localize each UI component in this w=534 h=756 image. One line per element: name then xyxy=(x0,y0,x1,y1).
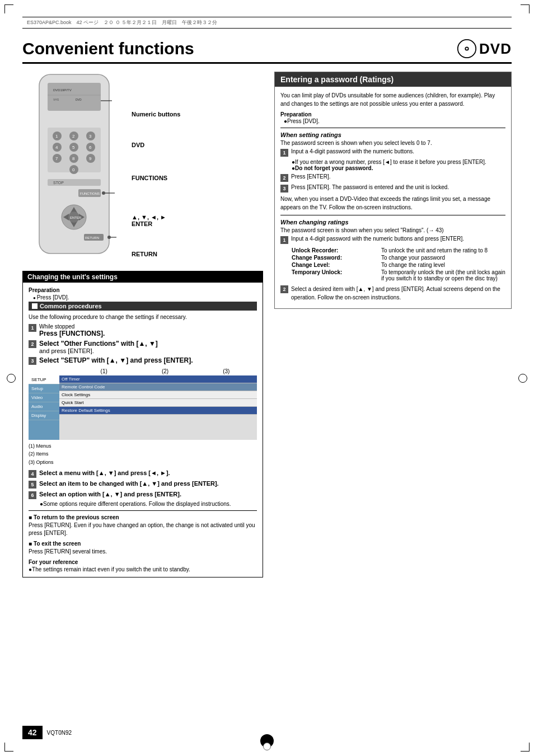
step-4: 4 Select a menu with [▲, ▼] and press [◄… xyxy=(29,469,257,478)
step-2-text: Select "Other Functions" with [▲, ▼] and… xyxy=(39,340,158,354)
col-numbers: (1) (2) (3) xyxy=(29,368,257,374)
svg-rect-4 xyxy=(48,83,101,111)
password-section: Entering a password (Ratings) You can li… xyxy=(274,72,512,309)
when-changing-intro: The password screen is shown when you se… xyxy=(280,227,505,233)
changing-step-2: 2 Select a desired item with [▲, ▼] and … xyxy=(280,285,505,302)
password-intro: You can limit play of DVDs unsuitable fo… xyxy=(280,91,505,108)
corner-tr xyxy=(521,4,530,13)
table-row-temp-unlock: Temporary Unlock: To temporarily unlock … xyxy=(292,269,505,281)
divider-right-2 xyxy=(280,215,505,215)
menu-row-quickstart: Quick Start xyxy=(59,399,257,407)
svg-text:3: 3 xyxy=(89,134,92,139)
svg-text:DVD19P/TV: DVD19P/TV xyxy=(53,88,72,92)
changing-step-2-text: Select a desired item with [▲, ▼] and pr… xyxy=(291,285,505,302)
step-5: 5 Select an item to be changed with [▲, … xyxy=(29,480,257,489)
divider-1 xyxy=(29,510,257,511)
circle-right xyxy=(518,374,527,383)
svg-text:5: 5 xyxy=(72,145,75,150)
when-setting-intro: The password screen is shown when you se… xyxy=(280,140,505,146)
setting-step-2-text: Press [ENTER]. xyxy=(291,173,331,180)
reference-header: For your reference xyxy=(29,559,257,565)
svg-text:RETURN: RETURN xyxy=(85,236,99,240)
page-title: Convenient functions xyxy=(22,39,194,58)
enter-remote-label: ▲, ▼, ◄, ►ENTER xyxy=(132,214,263,227)
menu-row-clock: Clock Settings xyxy=(59,391,257,399)
step-3: 3 Select "SETUP" with [▲, ▼] and press [… xyxy=(29,356,257,365)
main-content: DVD19P/TV VHS DVD 1 2 3 xyxy=(22,72,512,584)
corner-bl xyxy=(4,743,13,752)
table-row-change-pw: Change Password: To change your password xyxy=(292,255,505,261)
common-intro: Use the following procedure to change th… xyxy=(29,314,257,320)
svg-point-35 xyxy=(102,191,105,195)
return-remote-label: RETURN xyxy=(132,251,263,257)
step-1-text: While stopped Press [FUNCTIONS]. xyxy=(39,323,105,337)
setting-step-2-num: 2 xyxy=(280,174,288,182)
title-section: Convenient functions DVD xyxy=(22,39,512,64)
table-row-change-level: Change Level: To change the rating level xyxy=(292,262,505,268)
dvd-badge: DVD xyxy=(457,39,512,59)
exit-header: To exit the screen xyxy=(29,541,257,547)
dvd-disc-icon xyxy=(457,39,477,59)
exit-text: Press [RETURN] several times. xyxy=(29,548,257,556)
password-section-title: Entering a password (Ratings) xyxy=(275,72,511,87)
step-3-number: 3 xyxy=(29,357,36,365)
circle-bottom-inner xyxy=(263,743,271,750)
numeric-buttons-label: Numeric buttons xyxy=(132,111,263,118)
changing-step-2-num: 2 xyxy=(280,285,288,293)
menu-sidebar: SETUP Setup Video Audio Display xyxy=(29,375,59,440)
step-6: 6 Select an option with [▲, ▼] and press… xyxy=(29,491,257,499)
do-not-forget: ●Do not forget your password. xyxy=(292,165,505,171)
dvd-remote-label: DVD xyxy=(132,142,263,148)
step-2: 2 Select "Other Functions" with [▲, ▼] a… xyxy=(29,340,257,354)
step-1: 1 While stopped Press [FUNCTIONS]. xyxy=(29,323,257,337)
setting-step-1: 1 Input a 4-digit password with the nume… xyxy=(280,148,505,157)
step-6-bullet: ●Some options require different operatio… xyxy=(40,500,257,507)
setting-step-3-text: Press [ENTER]. The password is entered a… xyxy=(291,184,449,190)
step-1-number: 1 xyxy=(29,324,36,332)
after-lock-text: Now, when you insert a DVD-Video that ex… xyxy=(280,195,505,212)
remote-svg: DVD19P/TV VHS DVD 1 2 3 xyxy=(22,72,126,262)
step-5-text: Select an item to be changed with [▲, ▼]… xyxy=(39,480,219,487)
step-2-number: 2 xyxy=(29,340,36,348)
svg-point-2 xyxy=(466,48,468,50)
changing-step-1: 1 Input a 4-digit password with the nume… xyxy=(280,236,505,244)
setting-step-1-text: Input a 4-digit password with the numeri… xyxy=(291,148,414,154)
left-column: DVD19P/TV VHS DVD 1 2 3 xyxy=(22,72,263,584)
when-changing-header: When changing ratings xyxy=(280,219,505,226)
reference-text: ●The settings remain intact even if you … xyxy=(29,566,257,572)
svg-text:7: 7 xyxy=(55,156,58,161)
menu-row-remote: Remote Control Code xyxy=(59,383,257,391)
changing-settings-section: Changing the unit's settings Preparation… xyxy=(22,271,263,577)
password-section-content: You can limit play of DVDs unsuitable fo… xyxy=(275,87,511,308)
setting-step-2: 2 Press [ENTER]. xyxy=(280,173,505,182)
svg-text:2: 2 xyxy=(72,134,75,139)
menu-row-offtimer: Off Timer xyxy=(59,375,257,383)
svg-text:STOP: STOP xyxy=(53,181,64,185)
common-procedures-header: Common procedures xyxy=(29,302,257,311)
dvd-text-label: DVD xyxy=(479,40,512,58)
svg-text:4: 4 xyxy=(55,145,58,150)
menu-row-restore: Restore Default Settings xyxy=(59,407,257,415)
menu-item-video: Video xyxy=(29,393,59,402)
svg-text:6: 6 xyxy=(89,145,92,150)
step-3-text: Select "SETUP" with [▲, ▼] and press [EN… xyxy=(39,356,193,364)
table-row-unlock: Unlock Recorder: To unlock the unit and … xyxy=(292,247,505,253)
divider-right-1 xyxy=(280,128,505,128)
remote-image-container: DVD19P/TV VHS DVD 1 2 3 xyxy=(22,72,126,263)
menu-item-setup2: Setup xyxy=(29,384,59,393)
setting-step-3-num: 3 xyxy=(280,185,288,192)
menu-item-setup: SETUP xyxy=(29,375,59,384)
return-header: To return to the previous screen xyxy=(29,514,257,520)
step-6-number: 6 xyxy=(29,491,36,499)
circle-left xyxy=(7,374,16,383)
svg-text:FUNCTIONS: FUNCTIONS xyxy=(80,192,100,195)
step-5-number: 5 xyxy=(29,481,36,489)
wrong-number-note: ●If you enter a wrong number, press [◄] … xyxy=(292,159,505,165)
step-6-text: Select an option with [▲, ▼] and press [… xyxy=(39,491,181,497)
prep-header: Preparation xyxy=(29,287,257,293)
changing-settings-content: Preparation Press [DVD]. Common procedur… xyxy=(23,283,263,577)
setting-step-1-num: 1 xyxy=(280,149,288,157)
changing-step-1-num: 1 xyxy=(280,236,288,244)
changing-settings-header: Changing the unit's settings xyxy=(23,271,263,283)
setting-step-3: 3 Press [ENTER]. The password is entered… xyxy=(280,184,505,192)
